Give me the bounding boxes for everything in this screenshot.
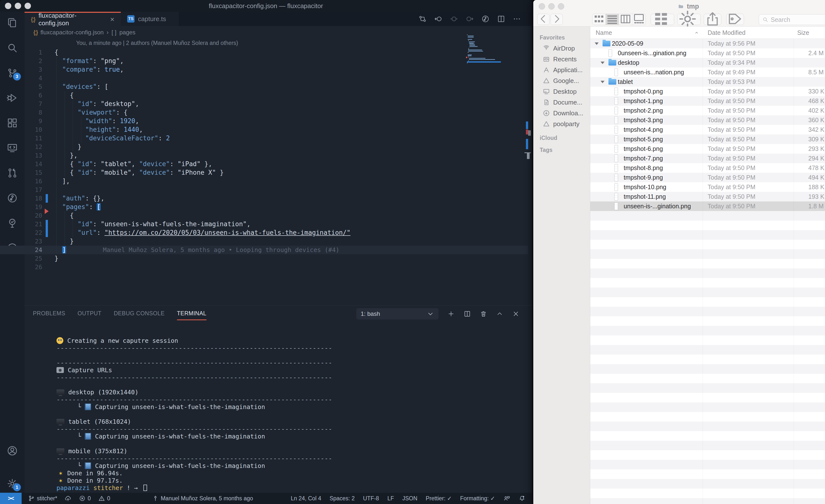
minimize-window-button[interactable] (15, 3, 21, 9)
files-activity-item[interactable] (7, 17, 18, 28)
maximize-panel-button[interactable] (496, 310, 503, 318)
close-window-button[interactable] (5, 3, 11, 9)
file-row[interactable]: tabletToday at 9:53 PM (590, 77, 825, 87)
split-terminal-button[interactable] (464, 310, 471, 318)
breadcrumb-node[interactable]: pages (119, 29, 135, 36)
tab-capture-ts[interactable]: TS capture.ts (121, 12, 179, 26)
disclosure-triangle-icon[interactable] (601, 81, 604, 83)
sidebar-item-docume[interactable]: Docume... (533, 97, 590, 108)
column-header-date[interactable]: Date Modified (707, 29, 745, 36)
finder-titlebar[interactable]: tmp Search (533, 0, 825, 26)
breadcrumb-file[interactable]: fluxcapacitor-config.json (41, 29, 103, 36)
search-input[interactable]: Search (759, 14, 825, 25)
column-header-name[interactable]: Name (596, 29, 612, 36)
status-item[interactable]: Ln 24, Col 4 (291, 495, 321, 502)
close-panel-button[interactable] (512, 310, 520, 318)
error-count[interactable]: 0 (79, 495, 91, 502)
file-row[interactable]: tmpshot-3.pngToday at 9:50 PM360 K (590, 115, 825, 125)
back-button[interactable] (537, 14, 549, 25)
warning-count[interactable]: 0 (98, 495, 110, 502)
gitlens-circle-icon[interactable] (481, 15, 490, 23)
file-row[interactable]: unseen-is...nation.pngToday at 9:49 PM8.… (590, 68, 825, 77)
sidebar-item-google[interactable]: Google... (533, 75, 590, 86)
file-row[interactable]: tmpshot-11.pngToday at 9:50 PM193 K (590, 192, 825, 201)
view-list-button[interactable] (606, 14, 619, 25)
scrollbar-slider[interactable] (528, 130, 531, 136)
status-item[interactable]: Formatting: ✓ (460, 495, 495, 502)
file-row[interactable]: tmpshot-4.pngToday at 9:50 PM342 K (590, 125, 825, 135)
view-columns-button[interactable] (619, 14, 632, 25)
status-item[interactable]: Spaces: 2 (329, 495, 355, 502)
file-row[interactable]: tmpshot-6.pngToday at 9:50 PM293 K (590, 144, 825, 154)
gutter-added-marker[interactable] (46, 194, 48, 203)
file-row[interactable]: tmpshot-1.pngToday at 9:50 PM468 K (590, 96, 825, 106)
view-grid-button[interactable] (593, 14, 606, 25)
panel-tab-problems[interactable]: PROBLEMS (33, 310, 65, 318)
code-editor[interactable]: 1{2 "format": "png",3 "compare": true,45… (0, 48, 528, 271)
panel-tab-debug-console[interactable]: DEBUG CONSOLE (114, 310, 164, 318)
status-item[interactable]: JSON (402, 495, 417, 502)
disclosure-triangle-icon[interactable] (601, 62, 604, 64)
vscode-titlebar[interactable]: fluxcapacitor-config.json — fluxcapacito… (0, 0, 532, 12)
sidebar-item-applicati[interactable]: Applicati... (533, 65, 590, 75)
blame-status[interactable]: Manuel Muñoz Solera, 5 months ago (152, 495, 253, 502)
file-row[interactable]: 0unseen-is...gination.pngToday at 9:50 P… (590, 48, 825, 58)
group-by-button[interactable] (651, 14, 674, 25)
compare-changes-icon[interactable] (419, 15, 427, 23)
column-header-size[interactable]: Size (797, 29, 809, 36)
sidebar-item-poolparty[interactable]: poolparty (533, 118, 590, 129)
traffic-lights[interactable] (5, 3, 31, 9)
minimap[interactable] (467, 34, 502, 67)
feedback-icon[interactable] (503, 495, 510, 502)
file-row[interactable]: tmpshot-9.pngToday at 9:50 PM494 K (590, 173, 825, 182)
git-branch-status[interactable]: stitcher* (28, 495, 57, 502)
file-row[interactable]: tmpshot-10.pngToday at 9:50 PM188 K (590, 182, 825, 192)
action-menu-button[interactable] (677, 14, 701, 25)
bell-icon[interactable] (519, 495, 525, 502)
panel-tab-output[interactable]: OUTPUT (78, 310, 102, 318)
file-row[interactable]: desktopToday at 9:34 PM (590, 58, 825, 68)
split-editor-icon[interactable] (497, 15, 505, 23)
remote-indicator[interactable]: >< (0, 493, 22, 504)
share-button[interactable] (704, 14, 722, 25)
column-divider[interactable] (794, 26, 794, 504)
file-row[interactable]: tmpshot-0.pngToday at 9:50 PM330 K (590, 87, 825, 96)
column-divider[interactable] (703, 26, 703, 504)
zoom-window-button[interactable] (24, 3, 31, 9)
view-gallery-button[interactable] (632, 14, 646, 25)
panel-tab-terminal[interactable]: TERMINAL (177, 310, 207, 318)
file-row[interactable]: tmpshot-7.pngToday at 9:50 PM294 K (590, 154, 825, 163)
terminal-shell-select[interactable]: 1: bash (356, 308, 439, 320)
sidebar-item-desktop[interactable]: Desktop (533, 86, 590, 97)
file-row[interactable]: tmpshot-2.pngToday at 9:50 PM402 K (590, 106, 825, 115)
forward-button[interactable] (550, 14, 563, 25)
file-row[interactable]: unseen-is-...gination.pngToday at 9:50 P… (590, 201, 825, 211)
status-item[interactable]: Prettier: ✓ (426, 495, 452, 502)
sidebar-item-downloa[interactable]: Downloa... (533, 108, 590, 118)
kill-terminal-button[interactable] (480, 310, 487, 318)
gutter-added-marker[interactable] (46, 220, 48, 237)
breadcrumb[interactable]: {;} fluxcapacitor-config.json › [ ] page… (24, 26, 136, 39)
next-change-icon[interactable] (465, 15, 474, 23)
terminal-output[interactable]: Creating a new caputre session----------… (57, 337, 332, 492)
file-row[interactable]: tmpshot-5.pngToday at 9:50 PM309 K (590, 135, 825, 144)
new-terminal-button[interactable] (447, 310, 455, 318)
file-row[interactable]: 2020-05-09Today at 9:56 PM (590, 39, 825, 48)
sidebar-item-recents[interactable]: Recents (533, 54, 590, 65)
file-row[interactable]: tmpshot-8.pngToday at 9:50 PM478 K (590, 163, 825, 173)
tab-fluxcapacitor-config[interactable]: {;} fluxcapacitor-config.json × (24, 12, 121, 26)
close-tab-icon[interactable]: × (110, 16, 115, 23)
codelens-annotation[interactable]: You, a minute ago | 2 authors (Manuel Mu… (76, 40, 238, 47)
status-item[interactable]: UTF-8 (363, 495, 379, 502)
sidebar-item-airdrop[interactable]: AirDrop (533, 43, 590, 54)
account-activity-item[interactable] (7, 445, 18, 456)
disclosure-triangle-icon[interactable] (595, 43, 599, 45)
gear-activity-item[interactable]: 1 (7, 478, 18, 489)
sync-status[interactable] (65, 495, 71, 502)
tags-button[interactable] (726, 14, 744, 25)
gutter-deleted-marker[interactable] (45, 208, 51, 214)
ellipsis-icon[interactable] (513, 15, 521, 23)
previous-change-icon[interactable] (434, 15, 442, 23)
circle-dash-icon[interactable] (450, 15, 458, 23)
status-item[interactable]: LF (387, 495, 394, 502)
